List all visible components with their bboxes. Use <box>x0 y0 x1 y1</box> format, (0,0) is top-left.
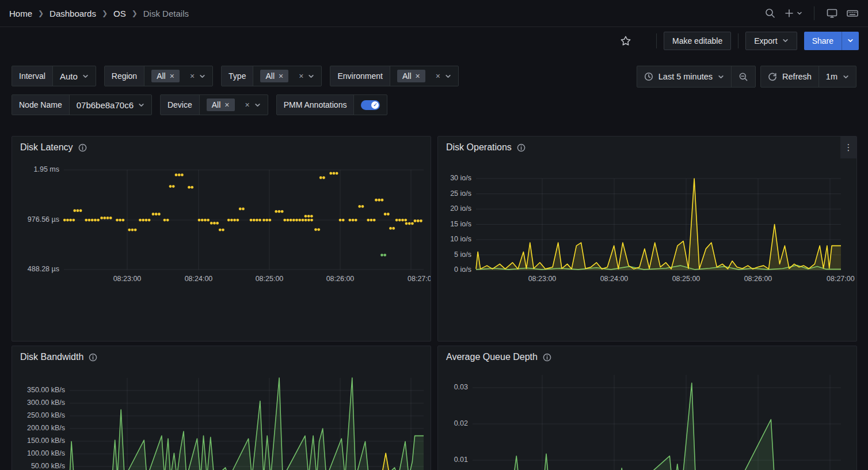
clear-all-icon[interactable]: × <box>245 101 250 109</box>
make-editable-button[interactable]: Make editable <box>664 32 731 50</box>
share-split-button: Share <box>804 32 859 50</box>
top-nav-bar: Home ❯ Dashboards ❯ OS ❯ Disk Details <box>0 0 868 27</box>
region-label: Region <box>105 66 144 86</box>
chevron-down-icon <box>847 37 854 44</box>
disk-latency-chart[interactable]: 1.95 ms976.56 µs488.28 µs08:23:0008:24:0… <box>12 137 431 289</box>
y-axis-tick-label: 0.02 <box>443 419 468 427</box>
node-name-variable: Node Name 07b6be8a70c6 <box>12 94 152 115</box>
breadcrumb-home[interactable]: Home <box>9 9 32 18</box>
export-button-label: Export <box>754 36 777 46</box>
chevron-down-icon <box>782 37 789 44</box>
refresh-interval-select[interactable]: 1m <box>819 66 856 87</box>
environment-chip-value: All <box>402 71 412 81</box>
y-axis-tick-label: 200.00 kB/s <box>14 424 65 432</box>
zoom-out-icon <box>738 72 748 82</box>
panel-average-queue-depth: Average Queue Depth 0.030.020.01 <box>437 346 857 470</box>
chip-remove-icon[interactable]: × <box>170 72 174 80</box>
type-variable: Type All × × <box>221 66 322 86</box>
x-axis-tick-label: 08:23:00 <box>519 275 565 283</box>
chevron-down-icon <box>82 73 89 79</box>
dashboard-toolbar: Make editable Export Share <box>0 27 868 54</box>
share-menu-chevron-button[interactable] <box>842 32 859 50</box>
breadcrumb-separator-icon: ❯ <box>38 9 44 17</box>
environment-chip[interactable]: All × <box>397 70 425 82</box>
interval-label: Interval <box>12 66 53 86</box>
toggle-check-icon: ✓ <box>371 101 379 109</box>
x-axis-tick-label: 08:24:00 <box>176 275 222 283</box>
clear-all-icon[interactable]: × <box>299 72 303 80</box>
device-variable: Device All × × <box>160 94 268 115</box>
monitor-icon[interactable] <box>826 7 838 19</box>
y-axis-tick-label: 30 io/s <box>441 174 471 182</box>
region-chip-value: All <box>157 71 166 81</box>
type-chip[interactable]: All × <box>260 70 288 82</box>
chip-remove-icon[interactable]: × <box>279 72 283 80</box>
x-axis-tick-label: 08:25:00 <box>663 275 709 283</box>
type-select[interactable]: All × × <box>253 66 321 86</box>
device-chip[interactable]: All × <box>207 98 235 111</box>
environment-label: Environment <box>330 66 390 86</box>
panel-disk-bandwidth: Disk Bandwidth 350.00 kB/s300.00 kB/s250… <box>12 346 431 470</box>
chevron-down-icon <box>445 73 451 79</box>
y-axis-tick-label: 25 io/s <box>441 189 471 198</box>
time-range-label: Last 5 minutes <box>658 72 713 81</box>
chevron-down-icon <box>199 73 205 79</box>
refresh-button[interactable]: Refresh <box>761 66 818 87</box>
node-name-value: 07b6be8a70c6 <box>77 100 134 110</box>
chevron-down-icon <box>138 102 144 108</box>
refresh-label: Refresh <box>782 72 812 81</box>
y-axis-tick-label: 0.03 <box>443 383 468 391</box>
clear-all-icon[interactable]: × <box>436 72 440 80</box>
environment-select[interactable]: All × × <box>390 66 458 86</box>
chevron-down-icon <box>843 74 849 80</box>
node-name-label: Node Name <box>12 95 70 115</box>
nav-divider <box>814 6 814 20</box>
chip-remove-icon[interactable]: × <box>224 101 229 109</box>
y-axis-tick-label: 50.00 kB/s <box>14 462 65 470</box>
refresh-icon <box>768 72 777 81</box>
keyboard-icon[interactable] <box>846 7 859 19</box>
breadcrumb-dashboards[interactable]: Dashboards <box>50 9 96 18</box>
interval-select[interactable]: Auto <box>53 66 96 86</box>
y-axis-tick-label: 0.01 <box>443 456 468 464</box>
favorite-star-icon[interactable] <box>619 35 632 47</box>
share-button[interactable]: Share <box>804 32 842 50</box>
zoom-out-button[interactable] <box>732 66 755 87</box>
interval-variable: Interval Auto <box>12 66 96 86</box>
y-axis-tick-label: 0 io/s <box>441 266 471 274</box>
search-icon[interactable] <box>764 7 776 19</box>
time-range-picker[interactable]: Last 5 minutes <box>637 66 731 87</box>
disk-operations-chart[interactable]: 30 io/s25 io/s20 io/s15 io/s10 io/s5 io/… <box>438 137 857 289</box>
y-axis-tick-label: 250.00 kB/s <box>14 411 65 419</box>
y-axis-tick-label: 150.00 kB/s <box>14 437 65 445</box>
region-variable: Region All × × <box>104 66 213 86</box>
x-axis-tick-label: 08:26:00 <box>735 275 781 283</box>
x-axis-tick-label: 08:27:00 <box>408 275 431 283</box>
x-axis-tick-label: 08:25:00 <box>246 275 292 283</box>
clock-icon <box>644 72 653 81</box>
clear-all-icon[interactable]: × <box>190 72 195 80</box>
x-axis-tick-label: 08:26:00 <box>317 275 363 283</box>
y-axis-tick-label: 20 io/s <box>441 204 471 213</box>
time-controls: Last 5 minutes Refresh 1m <box>637 66 856 88</box>
region-chip[interactable]: All × <box>151 70 180 82</box>
region-select[interactable]: All × × <box>144 66 212 86</box>
device-select[interactable]: All × × <box>200 95 268 115</box>
plus-icon <box>784 8 794 18</box>
node-name-select[interactable]: 07b6be8a70c6 <box>70 95 151 115</box>
chevron-down-icon <box>254 102 261 108</box>
pmm-annotations-toggle[interactable]: ✓ <box>361 100 380 110</box>
y-axis-tick-label: 15 io/s <box>441 220 471 228</box>
interval-value: Auto <box>60 71 78 81</box>
y-axis-tick-label: 488.28 µs <box>13 265 59 273</box>
chip-remove-icon[interactable]: × <box>416 72 420 80</box>
add-new-button[interactable] <box>784 8 802 18</box>
disk-bandwidth-chart[interactable]: 350.00 kB/s300.00 kB/s250.00 kB/s200.00 … <box>12 346 431 470</box>
chevron-down-icon <box>797 10 802 16</box>
export-button[interactable]: Export <box>745 32 797 50</box>
x-axis-tick-label: 08:24:00 <box>591 275 637 283</box>
breadcrumb-separator-icon: ❯ <box>102 9 108 17</box>
average-queue-depth-chart[interactable]: 0.030.020.01 <box>438 346 857 470</box>
breadcrumb-os[interactable]: OS <box>113 9 126 18</box>
y-axis-tick-label: 976.56 µs <box>13 215 59 223</box>
